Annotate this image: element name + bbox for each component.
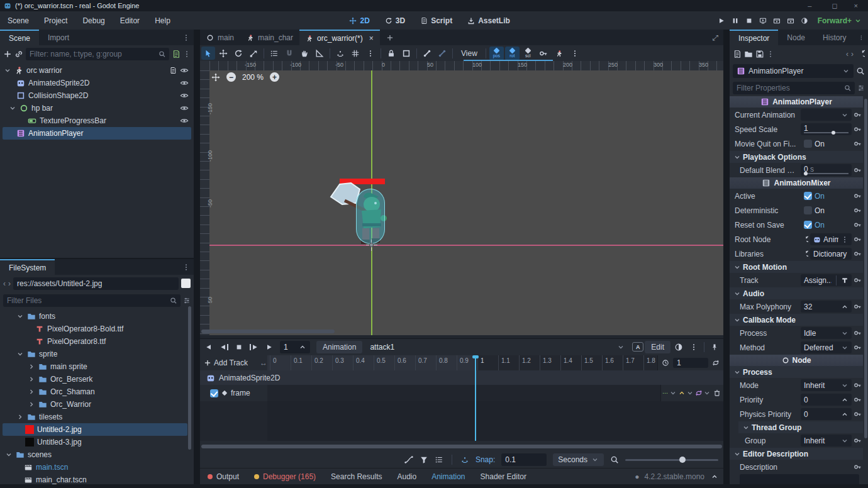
- close-tab-icon[interactable]: ×: [369, 34, 374, 43]
- movie-maker-button[interactable]: [798, 14, 811, 27]
- fs-folder-orc-shaman[interactable]: Orc_Shaman: [3, 385, 187, 398]
- snap-options-tool[interactable]: [282, 47, 296, 60]
- key-icon[interactable]: [854, 166, 862, 174]
- onion-options-icon[interactable]: [687, 340, 701, 353]
- priority-spinbox[interactable]: 0: [801, 394, 852, 406]
- visibility-eye-icon[interactable]: [180, 116, 189, 125]
- anim-stop-button[interactable]: [232, 340, 246, 353]
- play-custom-scene-button[interactable]: [784, 14, 798, 27]
- key-icon[interactable]: [854, 396, 862, 404]
- default-blend-slider[interactable]: 0 s: [801, 164, 852, 176]
- play-scene-button[interactable]: [756, 14, 770, 27]
- fs-file-untitled3[interactable]: Untitled-3.jpg: [3, 436, 187, 448]
- key-icon[interactable]: [854, 206, 862, 214]
- new-resource-icon[interactable]: [733, 50, 742, 58]
- group-node-toggle[interactable]: [399, 47, 413, 60]
- fs-folder-main-sprite[interactable]: main sprite: [3, 360, 187, 373]
- animation-menu-button[interactable]: Animation: [316, 341, 362, 353]
- smart-snap-toggle[interactable]: [333, 47, 347, 60]
- pin-panel-icon[interactable]: [708, 340, 721, 353]
- view-menu[interactable]: View: [456, 49, 482, 58]
- zoom-out-button[interactable]: −: [226, 72, 236, 82]
- section-thread-group[interactable]: Thread Group: [738, 421, 863, 433]
- key-icon[interactable]: [854, 140, 862, 148]
- script-attached-icon[interactable]: [169, 67, 177, 74]
- play-button[interactable]: [715, 14, 728, 27]
- root-node-picker[interactable]: Animate: [810, 233, 852, 245]
- add-track-plus-icon[interactable]: [204, 359, 211, 367]
- history-back-icon[interactable]: ‹: [3, 279, 6, 288]
- attach-script-icon[interactable]: [172, 50, 181, 58]
- visibility-eye-icon[interactable]: [180, 104, 189, 113]
- filter-files-input[interactable]: [7, 296, 170, 305]
- visibility-eye-icon[interactable]: [180, 91, 189, 100]
- key-icon[interactable]: [854, 276, 862, 284]
- loop-wrap-dropdown[interactable]: [695, 389, 711, 397]
- tab-shader-editor[interactable]: Shader Editor: [473, 469, 534, 484]
- section-editor-description[interactable]: Editor Description: [730, 448, 863, 460]
- inspector-forward-icon[interactable]: ›: [851, 50, 854, 58]
- zoom-slider-handle[interactable]: [679, 457, 686, 463]
- scene-filter-field[interactable]: [26, 48, 169, 60]
- tab-filesystem[interactable]: FileSystem: [0, 259, 55, 275]
- sort-files-icon[interactable]: [183, 297, 191, 304]
- current-time-field[interactable]: [280, 341, 310, 353]
- tree-node-animationplayer[interactable]: AnimationPlayer: [3, 127, 191, 140]
- inspector-back-icon[interactable]: ‹: [846, 50, 849, 58]
- tree-node-animatedsprite2d[interactable]: AnimatedSprite2D: [3, 77, 191, 89]
- autoplay-on-load-toggle[interactable]: A: [632, 342, 643, 352]
- collapse-icon[interactable]: [9, 104, 16, 112]
- fs-folder-scenes[interactable]: scenes: [3, 448, 187, 461]
- filter-properties-field[interactable]: [733, 82, 855, 94]
- grid-snap-toggle[interactable]: [348, 47, 362, 60]
- fs-file-pixeloperator-bold[interactable]: PixelOperator8-Bold.ttf: [3, 323, 187, 335]
- scene-tab-main-char[interactable]: main_char: [240, 30, 299, 45]
- dock-options-icon[interactable]: [859, 34, 864, 42]
- timeline-playhead[interactable]: [475, 355, 476, 441]
- move-tool[interactable]: [216, 47, 230, 60]
- property-tools-icon[interactable]: [857, 84, 865, 92]
- add-track-button[interactable]: Add Track: [214, 358, 248, 367]
- timeline-ruler[interactable]: Add Track ↔ 0 0.1 0.2 0.3 0.4 0.5 0.6 0.…: [200, 355, 723, 370]
- new-scene-tab-icon[interactable]: [386, 34, 394, 42]
- step-back-button[interactable]: [217, 340, 231, 353]
- track-assign-button[interactable]: Assign...: [801, 274, 852, 286]
- edited-node-selector[interactable]: AnimationPlayer: [733, 64, 854, 78]
- tree-node-collisionshape2d[interactable]: CollisionShape2D: [3, 89, 191, 102]
- snap-magnet-icon[interactable]: [460, 455, 469, 464]
- fs-folder-orc-berserk[interactable]: Orc_Berserk: [3, 373, 187, 385]
- tab-animation[interactable]: Animation: [424, 469, 472, 484]
- add-node-icon[interactable]: [3, 50, 12, 58]
- tree-node-hp-bar[interactable]: hp bar: [3, 102, 191, 114]
- revert-icon[interactable]: [801, 236, 808, 243]
- group-tracks-icon[interactable]: [435, 455, 443, 464]
- visibility-eye-icon[interactable]: [180, 66, 189, 75]
- maximize-button[interactable]: ◻: [832, 2, 837, 10]
- physics-priority-spinbox[interactable]: 0: [801, 408, 852, 420]
- key-icon[interactable]: [854, 381, 862, 389]
- key-icon[interactable]: [854, 302, 862, 311]
- scene-tab-orc-warrior[interactable]: orc_warrior(*)×: [299, 30, 380, 45]
- save-resource-icon[interactable]: [755, 50, 764, 58]
- group-dropdown[interactable]: Inherit: [801, 435, 852, 446]
- autokey-scale-toggle[interactable]: scl: [521, 47, 535, 60]
- skeleton-tool[interactable]: [420, 47, 434, 60]
- animation-length-field[interactable]: 1: [673, 358, 708, 368]
- fs-folder-tilesets[interactable]: tilesets: [3, 411, 187, 423]
- time-spinner[interactable]: [299, 343, 306, 351]
- current-path-field[interactable]: res://assets/Untitled-2.jpg: [13, 277, 179, 290]
- section-process[interactable]: Process: [730, 366, 863, 378]
- pan-tool[interactable]: [298, 47, 311, 60]
- viewport-hscrollbar[interactable]: [201, 330, 335, 333]
- notification-bell-icon[interactable]: ●: [635, 472, 639, 481]
- fs-folder-fonts[interactable]: fonts: [3, 310, 187, 323]
- scale-tool[interactable]: [247, 47, 260, 60]
- key-icon[interactable]: [854, 329, 862, 337]
- tab-inspector[interactable]: Inspector: [730, 30, 778, 45]
- filter-properties-input[interactable]: [737, 84, 844, 92]
- scene-filter-input[interactable]: [30, 50, 159, 58]
- track-frame-timeline[interactable]: [267, 385, 723, 401]
- skeleton-options[interactable]: [435, 47, 449, 60]
- interpolation-mode-dropdown[interactable]: ⋯: [662, 389, 677, 397]
- rotate-tool[interactable]: [231, 47, 245, 60]
